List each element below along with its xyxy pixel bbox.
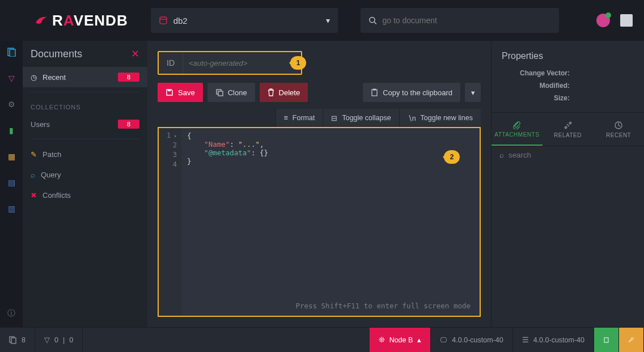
document-editor-area: ID 1 Save Clone Delete	[147, 41, 491, 327]
format-tab[interactable]: ≡ Format	[276, 109, 323, 127]
size-label: Size:	[502, 94, 570, 102]
rail-documents-icon[interactable]	[7, 48, 16, 57]
node-label: Node B	[389, 336, 413, 344]
rail-settings-icon[interactable]: ⚙	[7, 100, 16, 109]
tab-label: ATTACHMENTS	[494, 132, 539, 138]
rail-stats-icon[interactable]: ▮	[7, 126, 16, 135]
rail-about-icon[interactable]: ⓘ	[7, 309, 16, 318]
sidebar-item-conflicts[interactable]: ✖ Conflicts	[23, 185, 147, 205]
footer-index-status[interactable]: ▽ 0 | 0	[35, 328, 83, 352]
database-selector[interactable]: db2 ▾	[151, 8, 338, 33]
align-icon: ≡	[284, 114, 288, 122]
client-version: 4.0.0-custom-40	[452, 336, 503, 344]
editor-code[interactable]: { "Name": "...", "@metadata": {} }	[181, 128, 480, 316]
svg-point-0	[160, 17, 167, 19]
sidebar-item-recent[interactable]: ◷ Recent 8	[23, 67, 147, 87]
footer-doc-count[interactable]: 8	[0, 328, 35, 352]
clock-icon	[614, 121, 623, 130]
sidebar-item-label: Recent	[43, 73, 66, 82]
link-icon	[564, 121, 573, 130]
toggle-newlines-tab[interactable]: ∖n Toggle new lines	[399, 109, 481, 127]
footer-license-ok[interactable]	[594, 328, 619, 352]
feedback-icon[interactable]	[620, 14, 633, 27]
document-ok-icon	[603, 336, 609, 345]
id-label: ID	[159, 52, 183, 74]
rail-server-icon[interactable]: ▥	[7, 204, 16, 213]
divider	[31, 139, 139, 139]
tab-recent[interactable]: RECENT	[593, 113, 644, 146]
tab-related[interactable]: RELATED	[543, 113, 594, 146]
svg-point-1	[370, 17, 375, 22]
properties-title: Properties	[492, 41, 644, 67]
sidebar-item-label: Conflicts	[43, 191, 71, 200]
newlines-label: Toggle new lines	[421, 114, 473, 122]
brand-accent: A	[63, 12, 74, 29]
separator: |	[63, 336, 65, 344]
sidebar-item-query[interactable]: ⌕ Query	[23, 164, 147, 185]
sidebar-title: Documents	[31, 48, 82, 60]
documents-icon	[9, 336, 17, 344]
server-icon: ☰	[522, 336, 529, 344]
rail-manage-icon[interactable]: ▤	[7, 178, 16, 187]
goto-document-input[interactable]	[382, 16, 550, 25]
tab-label: RELATED	[554, 132, 582, 138]
document-id-input[interactable]	[183, 59, 290, 67]
properties-tabs: ATTACHMENTS RELATED RECENT	[492, 112, 644, 146]
newline-icon: ∖n	[408, 114, 416, 122]
save-label: Save	[178, 88, 195, 97]
properties-search-input[interactable]	[509, 151, 636, 159]
brand-prefix: R	[52, 12, 63, 29]
trash-icon	[268, 88, 274, 96]
status-indicator-icon[interactable]	[596, 14, 610, 27]
sidebar-item-label: Query	[41, 171, 61, 179]
recent-badge: 8	[118, 73, 139, 82]
sidebar: Documents ✕ ◷ Recent 8 COLLECTIONS Users…	[23, 41, 147, 327]
footer-client-version[interactable]: 🖵 4.0.0-custom-40	[431, 328, 512, 352]
footer-tools[interactable]	[619, 328, 644, 352]
server-version: 4.0.0-custom-40	[533, 336, 584, 344]
rail-indexes-icon[interactable]: ▽	[7, 74, 16, 83]
brand-suffix: VENDB	[74, 12, 128, 29]
callout-1: 1	[290, 56, 306, 70]
sidebar-header: Documents ✕	[23, 41, 147, 67]
collapse-label: Toggle collapse	[342, 114, 391, 122]
clock-icon: ◷	[31, 73, 37, 82]
collections-heading: COLLECTIONS	[23, 97, 147, 114]
nav-rail: ▽ ⚙ ▮ ▦ ▤ ▥ ⓘ	[0, 41, 23, 327]
format-label: Format	[293, 114, 315, 122]
doc-count-value: 8	[22, 336, 26, 344]
close-icon[interactable]: ✕	[131, 48, 139, 60]
svg-line-2	[374, 22, 376, 24]
clipboard-icon	[371, 88, 378, 96]
topbar: RAVENDB db2 ▾	[0, 0, 644, 41]
save-button[interactable]: Save	[158, 83, 203, 102]
clone-label: Clone	[228, 88, 247, 97]
rail-tasks-icon[interactable]: ▦	[7, 152, 16, 161]
sidebar-item-patch[interactable]: ✎ Patch	[23, 144, 147, 164]
svg-rect-4	[10, 49, 15, 57]
delete-label: Delete	[279, 88, 300, 97]
paperclip-icon	[512, 120, 522, 129]
goto-document-search[interactable]	[361, 8, 559, 33]
action-button-row: Save Clone Delete Copy to the clipboard …	[158, 83, 481, 102]
tab-attachments[interactable]: ATTACHMENTS	[492, 113, 543, 146]
search-icon: ⌕	[499, 151, 504, 159]
sidebar-item-label: Patch	[43, 150, 61, 159]
editor-gutter: 1234	[159, 128, 181, 316]
clone-button[interactable]: Clone	[207, 83, 255, 102]
delete-button[interactable]: Delete	[260, 83, 308, 102]
logo-bird-icon	[34, 15, 49, 26]
sidebar-item-users[interactable]: Users 8	[23, 114, 147, 134]
clipboard-label: Copy to the clipboard	[383, 88, 452, 97]
copy-clipboard-button[interactable]: Copy to the clipboard	[363, 83, 460, 102]
toggle-collapse-tab[interactable]: ⊟ Toggle collapse	[323, 109, 399, 127]
caret-up-icon: ▴	[417, 336, 421, 344]
idx-a: 0	[54, 336, 58, 344]
idx-b: 0	[69, 336, 73, 344]
clipboard-dropdown[interactable]: ▾	[465, 83, 481, 102]
footer-server-version[interactable]: ☰ 4.0.0-custom-40	[513, 328, 594, 352]
collapse-icon: ⊟	[331, 114, 337, 122]
properties-search[interactable]: ⌕	[492, 146, 644, 164]
json-editor[interactable]: 1234 { "Name": "...", "@metadata": {} } …	[158, 127, 481, 317]
footer-node[interactable]: ❊ Node B ▴	[370, 328, 431, 352]
